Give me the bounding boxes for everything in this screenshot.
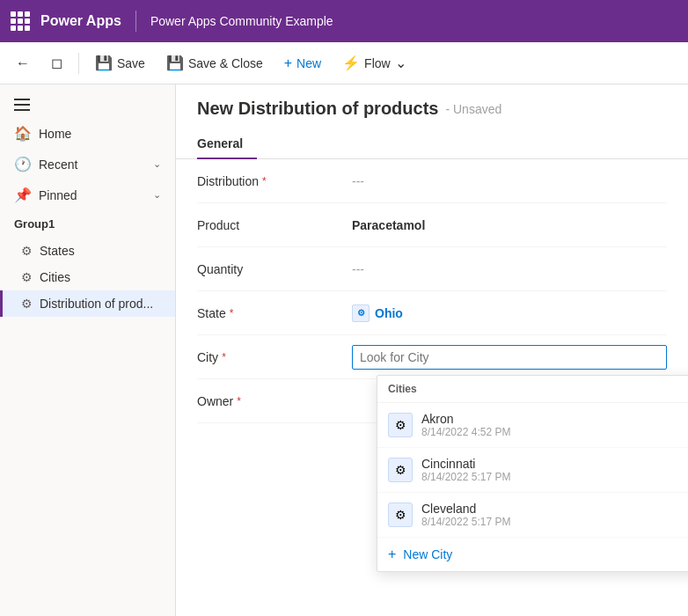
required-star: * [222, 351, 226, 363]
top-bar: Power Apps Power Apps Community Example [0, 0, 688, 42]
dropdown-item-akron[interactable]: ⚙ Akron 8/14/2022 4:52 PM [377, 403, 688, 448]
pin-icon: 📌 [14, 187, 32, 203]
dropdown-header: Cities [377, 376, 688, 403]
product-value: Paracetamol [352, 218, 667, 232]
sidebar-item-states[interactable]: ⚙ States [0, 238, 175, 264]
flow-icon: ⚡ [342, 55, 360, 71]
required-star: * [262, 175, 267, 187]
state-value[interactable]: ⚙ Ohio [352, 304, 667, 322]
form-row-product: Product Paracetamol [197, 203, 667, 247]
tab-general[interactable]: General [197, 129, 257, 159]
new-city-button[interactable]: + New City [377, 538, 688, 571]
app-logo: Power Apps [40, 13, 121, 29]
distribution-icon: ⚙ [21, 297, 33, 311]
page-header: New Distribution of products - Unsaved [176, 84, 688, 119]
sidebar-item-recent[interactable]: 🕐 Recent ⌄ [0, 149, 175, 180]
cincinnati-content: Cincinnati 8/14/2022 5:17 PM [421, 457, 510, 483]
chevron-icon: ⌄ [153, 189, 161, 201]
sidebar-item-pinned[interactable]: 📌 Pinned ⌄ [0, 180, 175, 210]
cities-icon: ⚙ [21, 270, 33, 284]
required-star: * [237, 395, 241, 407]
form-row-city: City * [197, 335, 667, 379]
new-icon: + [284, 55, 292, 71]
chevron-icon: ⌄ [153, 158, 161, 170]
window-icon: ◻ [51, 55, 62, 71]
city-search-input[interactable] [352, 345, 667, 370]
sidebar-item-distribution[interactable]: ⚙ Distribution of prod... [0, 290, 175, 317]
sidebar: 🏠 Home 🕐 Recent ⌄ 📌 Pinned ⌄ Group1 ⚙ St… [0, 84, 176, 616]
flow-button[interactable]: ⚡ Flow ⌄ [333, 49, 415, 77]
home-icon: 🏠 [14, 125, 32, 142]
save-icon: 💾 [95, 55, 113, 71]
back-button[interactable]: ← [7, 50, 39, 77]
cleveland-icon: ⚙ [388, 502, 413, 527]
dropdown-item-cleveland[interactable]: ⚙ Cleveland 8/14/2022 5:17 PM [377, 493, 688, 538]
city-label: City * [197, 350, 338, 364]
new-button[interactable]: + New [275, 50, 330, 77]
akron-icon: ⚙ [388, 413, 413, 437]
divider [135, 11, 136, 32]
quantity-value: --- [352, 262, 667, 276]
product-label: Product [197, 218, 338, 232]
form-row-state: State * ⚙ Ohio [197, 291, 667, 335]
owner-label: Owner * [197, 394, 338, 408]
app-name: Power Apps Community Example [150, 14, 333, 28]
unsaved-label: - Unsaved [445, 102, 501, 116]
cleveland-content: Cleveland 8/14/2022 5:17 PM [421, 502, 510, 528]
state-label: State * [197, 306, 338, 320]
sidebar-item-cities[interactable]: ⚙ Cities [0, 264, 175, 290]
recent-icon: 🕐 [14, 156, 32, 172]
tabs: General [176, 119, 688, 159]
form-row-quantity: Quantity --- [197, 247, 667, 291]
waffle-icon[interactable] [11, 11, 30, 31]
city-dropdown: Cities ⚙ Akron 8/14/2022 4:52 PM ⚙ Cinci… [377, 375, 688, 572]
chevron-down-icon: ⌄ [395, 55, 406, 71]
main-content: New Distribution of products - Unsaved G… [176, 84, 688, 616]
cincinnati-icon: ⚙ [388, 458, 413, 482]
back-icon: ← [16, 55, 30, 71]
sidebar-group-label: Group1 [0, 210, 175, 238]
required-star: * [230, 307, 234, 319]
state-icon: ⚙ [352, 304, 370, 322]
page-title: New Distribution of products - Unsaved [197, 99, 667, 119]
command-bar: ← ◻ 💾 Save 💾 Save & Close + New ⚡ Flow ⌄ [0, 42, 688, 84]
window-button[interactable]: ◻ [42, 49, 71, 77]
sidebar-item-home[interactable]: 🏠 Home [0, 118, 175, 149]
save-close-button[interactable]: 💾 Save & Close [157, 49, 272, 77]
distribution-label: Distribution * [197, 174, 338, 188]
hamburger-icon [14, 99, 30, 111]
quantity-label: Quantity [197, 262, 338, 276]
plus-icon: + [388, 546, 396, 562]
form-row-distribution: Distribution * --- [197, 159, 667, 203]
main-layout: 🏠 Home 🕐 Recent ⌄ 📌 Pinned ⌄ Group1 ⚙ St… [0, 84, 688, 616]
hamburger-button[interactable] [0, 92, 44, 118]
states-icon: ⚙ [21, 244, 33, 258]
akron-content: Akron 8/14/2022 4:52 PM [421, 412, 510, 438]
save-button[interactable]: 💾 Save [86, 49, 154, 77]
distribution-value: --- [352, 174, 667, 188]
save-close-icon: 💾 [166, 55, 184, 71]
dropdown-item-cincinnati[interactable]: ⚙ Cincinnati 8/14/2022 5:17 PM [377, 448, 688, 493]
separator [78, 53, 79, 74]
